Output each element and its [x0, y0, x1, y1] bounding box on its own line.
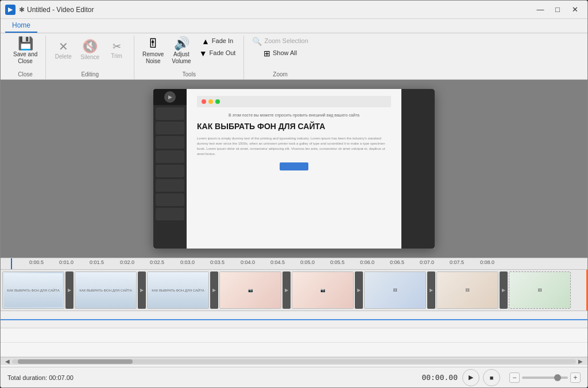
total-duration: Total duration: 00:07.00	[7, 374, 74, 381]
trim-icon: ✂	[113, 41, 121, 52]
sidebar-item-6	[156, 179, 184, 192]
clip-7-thumbnail: 🖼	[437, 272, 498, 308]
ribbon-group-tools: 🎚 RemoveNoise 🔊 AdjustVolume ▲ Fade In	[134, 36, 244, 79]
fade-in-icon: ▲	[202, 37, 210, 45]
transition-5[interactable]: ▶	[355, 271, 363, 309]
scroll-track	[12, 359, 576, 364]
ruler-label-0: 0:00.5	[29, 259, 44, 265]
adjust-volume-icon: 🔊	[174, 37, 189, 50]
preview-sidebar-items	[153, 105, 187, 223]
ruler-label-12: 0:06.5	[390, 259, 404, 265]
transition-5-icon: ▶	[357, 288, 361, 293]
video-preview: ▶	[153, 89, 435, 249]
save-close-button[interactable]: 💾 Save andClose	[10, 36, 41, 67]
fade-in-button[interactable]: ▲ Fade In	[196, 36, 239, 47]
transition-2-icon: ▶	[140, 288, 144, 293]
preview-sidebar: ▶	[153, 89, 187, 249]
transition-7-icon: ▶	[502, 288, 505, 293]
zoom-in-button[interactable]: +	[570, 373, 581, 383]
clip-1-thumbnail: КАК ВЫБРАТЬ ФОН ДЛЯ САЙТА	[3, 272, 64, 308]
clip-8-thumbnail: 🖼	[509, 272, 570, 308]
sidebar-item-5	[156, 165, 184, 177]
scroll-thumb[interactable]	[18, 359, 133, 364]
transition-4[interactable]: ▶	[283, 271, 291, 309]
maximize-button[interactable]: □	[550, 3, 566, 17]
clip-3-thumbnail: КАК ВЫБРАТЬ ФОН ДЛЯ САЙТА	[148, 272, 208, 308]
trim-button[interactable]: ✂ Trim	[104, 36, 129, 65]
app-icon: ▶	[5, 5, 16, 15]
sidebar-item-8	[156, 208, 184, 220]
show-all-icon: ⊞	[264, 49, 270, 57]
ruler-label-13: 0:07.0	[420, 259, 434, 265]
play-button[interactable]: ▶	[462, 369, 479, 386]
current-time-display: 00:00.00	[421, 373, 458, 382]
scroll-left-button[interactable]: ◀	[3, 357, 12, 366]
clip-8[interactable]: 🖼	[509, 271, 571, 309]
delete-button[interactable]: ✕ Delete	[51, 36, 76, 65]
ruler-label-10: 0:05.5	[330, 259, 345, 265]
ribbon-group-zoom-items: 🔍 Zoom Selection ⊞ Show All	[249, 36, 311, 70]
show-all-button[interactable]: ⊞ Show All	[249, 48, 311, 59]
empty-track-2	[1, 343, 587, 357]
clip-6[interactable]: 🖼	[364, 271, 426, 309]
preview-body: В этом посте вы можете спросить провить …	[197, 113, 391, 242]
preview-area: ▶	[1, 80, 587, 258]
transition-2[interactable]: ▶	[138, 271, 146, 309]
ribbon-group-close: 💾 Save andClose Close	[5, 36, 46, 79]
zoom-slider-thumb[interactable]	[554, 374, 561, 381]
stop-button[interactable]: ■	[483, 369, 500, 386]
total-duration-value: 00:07.00	[49, 374, 74, 381]
zoom-out-button[interactable]: −	[509, 373, 520, 383]
empty-track-1	[1, 328, 587, 343]
transition-7[interactable]: ▶	[500, 271, 508, 309]
tab-home[interactable]: Home	[5, 19, 37, 33]
transition-3-icon: ▶	[212, 288, 216, 293]
minimize-button[interactable]: —	[532, 3, 548, 17]
zoom-controls: − +	[509, 373, 581, 383]
dot-green	[215, 99, 220, 104]
clip-3[interactable]: КАК ВЫБРАТЬ ФОН ДЛЯ САЙТА	[147, 271, 209, 309]
clip-5[interactable]: 📷	[292, 271, 354, 309]
ruler-label-7: 0:04.0	[241, 259, 255, 265]
close-button[interactable]: ✕	[567, 3, 583, 17]
sidebar-item-1	[156, 107, 184, 120]
transition-3[interactable]: ▶	[210, 271, 218, 309]
preview-subtitle: В этом посте вы можете спросить провить …	[197, 113, 391, 117]
ruler-label-11: 0:06.0	[360, 259, 374, 265]
silence-button[interactable]: 🔇 Silence	[77, 36, 103, 65]
sidebar-logo: ▶	[164, 91, 176, 103]
remove-noise-button[interactable]: 🎚 RemoveNoise	[139, 36, 167, 67]
zoom-slider[interactable]	[522, 377, 568, 379]
clip-4[interactable]: 📷	[219, 271, 281, 309]
adjust-volume-button[interactable]: 🔊 AdjustVolume	[168, 36, 194, 67]
status-bar: Total duration: 00:07.00 00:00.00 ▶ ■ − …	[1, 367, 587, 387]
ruler-label-1: 0:01.0	[59, 259, 74, 265]
ribbon-content: 💾 Save andClose Close ✕ Delete 🔇 Silence	[1, 33, 587, 79]
adjust-volume-label: AdjustVolume	[172, 51, 191, 65]
timeline-ruler: 0:00.5 0:01.0 0:01.5 0:02.0 0:02.5 0:03.…	[1, 258, 587, 270]
audio-waveform	[1, 319, 587, 320]
transition-1[interactable]: ▶	[65, 271, 74, 309]
scroll-right-button[interactable]: ▶	[576, 357, 585, 366]
silence-label: Silence	[80, 54, 99, 61]
playhead[interactable]	[11, 258, 12, 269]
save-close-label: Save andClose	[13, 51, 37, 65]
clip-2[interactable]: КАК ВЫБРАТЬ ФОН ДЛЯ САЙТА	[75, 271, 137, 309]
clip-5-thumbnail: 📷	[292, 272, 353, 308]
zoom-selection-button[interactable]: 🔍 Zoom Selection	[249, 36, 311, 47]
transition-6[interactable]: ▶	[427, 271, 435, 309]
clip-1[interactable]: КАК ВЫБРАТЬ ФОН ДЛЯ САЙТА	[2, 271, 64, 309]
fade-out-button[interactable]: ▼ Fade Out	[196, 48, 239, 59]
ruler-label-9: 0:05.0	[300, 259, 315, 265]
transition-4-icon: ▶	[285, 288, 288, 293]
preview-inner: ▶	[153, 89, 435, 249]
ruler-label-2: 0:01.5	[90, 259, 104, 265]
preview-cta-button	[280, 162, 308, 170]
ruler-label-4: 0:02.5	[150, 259, 164, 265]
clip-4-thumbnail: 📷	[220, 272, 281, 308]
clip-7[interactable]: 🖼	[436, 271, 498, 309]
trim-label: Trim	[111, 53, 122, 60]
show-all-label: Show All	[273, 49, 297, 57]
ruler-inner: 0:00.5 0:01.0 0:01.5 0:02.0 0:02.5 0:03.…	[1, 258, 587, 268]
dot-yellow	[208, 99, 213, 104]
